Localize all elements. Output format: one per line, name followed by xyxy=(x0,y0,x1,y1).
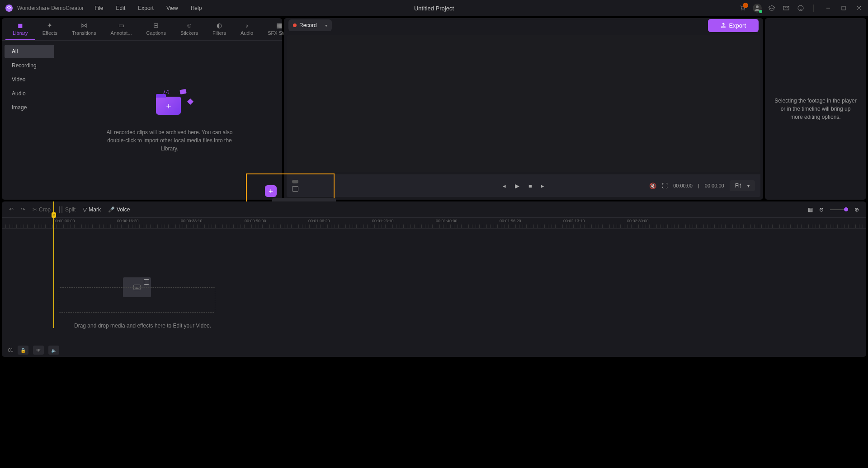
visibility-track-icon[interactable]: 👁 xyxy=(33,346,44,355)
preview-controls: ◂ ▶ ■ ▸ 🔇 ⛶ 00:00:00 | 00:00:00 Fit ▾ xyxy=(287,174,760,197)
ruler-tick: 00:01:40:00 xyxy=(436,219,458,223)
sidebar-item-audio[interactable]: Audio xyxy=(5,87,54,100)
close-icon[interactable] xyxy=(855,5,863,12)
playhead-handle-icon[interactable]: ⊂ xyxy=(52,212,56,218)
ruler-tick: 00:00:33:10 xyxy=(181,219,203,223)
zoom-in-button[interactable]: ⊕ xyxy=(854,206,859,213)
export-label: Export xyxy=(729,22,746,29)
tab-label: Effects xyxy=(42,30,57,36)
divider xyxy=(813,5,814,12)
library-hint: All recorded clips will be archived here… xyxy=(104,128,235,153)
ruler-tick: 00:01:23:10 xyxy=(372,219,394,223)
preview-topbar: Record ▾ Export xyxy=(284,18,763,33)
cart-icon[interactable] xyxy=(739,5,746,12)
zoom-fit-select[interactable]: Fit ▾ xyxy=(730,180,755,191)
sidebar-item-image[interactable]: Image xyxy=(5,101,54,114)
playhead[interactable]: ⊂ xyxy=(53,201,54,328)
tab-label: Captions xyxy=(146,30,166,36)
fullscreen-icon[interactable]: ⛶ xyxy=(662,183,668,189)
ruler-tick: 00:00:00:00 xyxy=(53,219,75,223)
ruler-ticks xyxy=(2,225,866,228)
track-number: 01 xyxy=(8,348,13,353)
redo-button[interactable]: ↷ xyxy=(21,206,25,213)
next-frame-button[interactable]: ▸ xyxy=(541,183,544,189)
tab-effects[interactable]: ✦Effects xyxy=(35,18,65,40)
import-illustration-icon: ♪♫ ＋ xyxy=(149,88,190,119)
tab-filters[interactable]: ◐Filters xyxy=(205,18,233,40)
mail-icon[interactable] xyxy=(783,5,790,12)
ruler-tick: 00:02:13:10 xyxy=(563,219,585,223)
graduation-icon[interactable] xyxy=(768,5,775,12)
tab-library[interactable]: ◼Library xyxy=(5,18,35,40)
timeline-footer: 01 🔒 👁 🔈 xyxy=(2,343,866,357)
play-button[interactable]: ▶ xyxy=(515,183,519,189)
mark-tool[interactable]: ▽ Mark xyxy=(83,206,101,213)
lock-track-icon[interactable]: 🔒 xyxy=(18,346,28,355)
ruler-tick: 00:01:56:20 xyxy=(500,219,521,223)
track-drop-zone[interactable] xyxy=(59,287,215,313)
menu-bar: File Edit Export View Help xyxy=(94,5,202,11)
tab-annotations[interactable]: ▭Annotat... xyxy=(103,18,139,40)
stop-button[interactable]: ■ xyxy=(528,183,532,189)
menu-export[interactable]: Export xyxy=(138,5,154,11)
ruler-tick: 00:00:50:00 xyxy=(245,219,266,223)
timeline-panel: ↶ ↷ ✂ Crop ⎮⎮ Split ▽ Mark 🎤 Voice ▦ ⊖ ⊕… xyxy=(2,201,866,357)
undo-button[interactable]: ↶ xyxy=(9,206,14,213)
menu-view[interactable]: View xyxy=(166,5,178,11)
crop-tool[interactable]: ✂ Crop xyxy=(33,206,51,213)
project-title: Untitled Project xyxy=(414,5,454,12)
minimize-icon[interactable] xyxy=(825,5,832,12)
svg-point-2 xyxy=(756,5,759,8)
maximize-icon[interactable] xyxy=(840,5,847,12)
sidebar-item-video[interactable]: Video xyxy=(5,73,54,86)
time-separator: | xyxy=(698,183,699,188)
ruler-tick: 00:01:06:20 xyxy=(308,219,330,223)
tab-captions[interactable]: ⊟Captions xyxy=(139,18,173,40)
voice-tool[interactable]: 🎤 Voice xyxy=(108,206,130,213)
account-icon[interactable] xyxy=(754,5,761,12)
record-label: Record xyxy=(299,22,317,28)
timeline-toolbar: ↶ ↷ ✂ Crop ⎮⎮ Split ▽ Mark 🎤 Voice ▦ ⊖ ⊕ xyxy=(2,201,866,218)
menu-edit[interactable]: Edit xyxy=(116,5,126,11)
tab-transitions[interactable]: ⋈Transitions xyxy=(65,18,103,40)
cart-badge xyxy=(743,3,748,8)
svg-rect-5 xyxy=(842,6,845,10)
title-bar: Wondershare DemoCreator File Edit Export… xyxy=(0,0,868,16)
app-logo-icon xyxy=(5,5,13,12)
sidebar-item-recording[interactable]: Recording xyxy=(5,59,54,72)
preview-panel: Record ▾ Export ◂ ▶ ■ ▸ 🔇 ⛶ 0 xyxy=(284,18,763,200)
auto-caption-icon[interactable]: ▦ xyxy=(808,206,813,213)
tab-stickers[interactable]: ☺Stickers xyxy=(173,18,205,40)
timeline-tracks[interactable]: Drag and drop media and effects here to … xyxy=(2,229,866,343)
time-current: 00:00:00 xyxy=(673,183,693,188)
media-tabs: ◼Library ✦Effects ⋈Transitions ▭Annotat.… xyxy=(2,18,282,41)
preview-viewport[interactable] xyxy=(287,35,760,172)
properties-panel: Selecting the footage in the player or i… xyxy=(765,18,866,200)
sidebar-item-all[interactable]: All xyxy=(5,45,54,58)
time-total: 00:00:00 xyxy=(705,183,724,188)
feedback-icon[interactable] xyxy=(797,5,804,12)
tab-audio[interactable]: ♪Audio xyxy=(233,18,260,40)
menu-help[interactable]: Help xyxy=(191,5,202,11)
tab-label: Filters xyxy=(212,30,226,36)
menu-file[interactable]: File xyxy=(94,5,103,11)
timeline-ruler[interactable]: 00:00:00:00 00:00:16:20 00:00:33:10 00:0… xyxy=(2,218,866,229)
export-button[interactable]: Export xyxy=(708,19,759,32)
export-icon xyxy=(721,23,726,28)
split-tool[interactable]: ⎮⎮ Split xyxy=(58,206,75,213)
main-row: ◼Library ✦Effects ⋈Transitions ▭Annotat.… xyxy=(0,16,868,201)
mute-track-icon[interactable]: 🔈 xyxy=(48,346,59,355)
zoom-slider[interactable] xyxy=(830,209,848,210)
record-button[interactable]: Record ▾ xyxy=(288,19,332,31)
volume-icon[interactable]: 🔇 xyxy=(649,183,656,189)
zoom-out-button[interactable]: ⊖ xyxy=(819,206,824,213)
prev-frame-button[interactable]: ◂ xyxy=(503,183,506,189)
timeline-hint: Drag and drop media and effects here to … xyxy=(74,323,211,329)
app-title: Wondershare DemoCreator xyxy=(17,5,84,11)
tab-label: Stickers xyxy=(180,30,198,36)
import-plus-button[interactable]: ＋ xyxy=(265,185,277,197)
ruler-tick: 00:02:30:00 xyxy=(627,219,649,223)
tab-label: Transitions xyxy=(72,30,96,36)
tab-label: Annotat... xyxy=(110,30,132,36)
library-body: All Recording Video Audio Image ♪♫ ＋ All… xyxy=(2,41,282,200)
